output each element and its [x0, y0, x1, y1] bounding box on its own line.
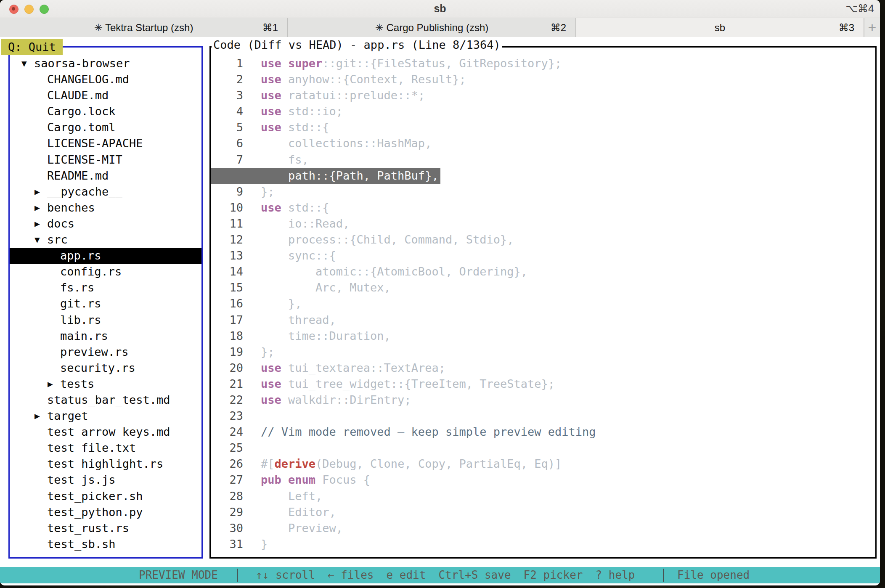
code-line[interactable]: 28 Left, — [211, 488, 875, 504]
tree-item[interactable]: README.md — [10, 168, 201, 184]
code-line[interactable]: 26#[derive(Debug, Clone, Copy, PartialEq… — [211, 456, 875, 472]
tree-item[interactable]: test_picker.sh — [10, 488, 201, 504]
tree-item[interactable]: config.rs — [10, 264, 201, 280]
code-text: use std::{ — [261, 119, 329, 135]
tree-item[interactable]: git.rs — [10, 296, 201, 312]
code-line[interactable]: 25 — [211, 440, 875, 456]
code-line[interactable]: 31} — [211, 536, 875, 552]
code-line[interactable]: 21use tui_tree_widget::{TreeItem, TreeSt… — [211, 376, 875, 392]
new-tab-button[interactable]: + — [864, 18, 880, 37]
code-line[interactable]: 17 thread, — [211, 312, 875, 328]
code-line-highlighted[interactable]: 8 path::{Path, PathBuf}, — [211, 168, 440, 184]
code-line[interactable]: 9}; — [211, 184, 875, 200]
tree-item-label: test_arrow_keys.md — [47, 424, 170, 440]
disclosure-closed-icon[interactable]: ▶ — [34, 184, 47, 200]
tree-item[interactable]: security.rs — [10, 360, 201, 376]
code-line[interactable]: 29 Editor, — [211, 504, 875, 520]
tree-item[interactable]: ▶tests — [10, 376, 201, 392]
tab-shortcut: ⌘1 — [262, 22, 278, 34]
tree-item[interactable]: LICENSE-MIT — [10, 152, 201, 168]
line-number: 4 — [211, 103, 243, 119]
tree-item[interactable]: LICENSE-APACHE — [10, 135, 201, 151]
tree-item[interactable]: preview.rs — [10, 344, 201, 360]
line-number: 12 — [211, 232, 243, 248]
line-number: 24 — [211, 424, 243, 440]
tree-item[interactable]: app.rs — [10, 248, 201, 264]
code-line[interactable]: 27pub enum Focus { — [211, 472, 875, 488]
line-number: 31 — [211, 536, 243, 552]
tree-item-label: saorsa-browser — [34, 56, 130, 72]
code-line[interactable]: 18 time::Duration, — [211, 328, 875, 344]
code-line[interactable]: 12 process::{Child, Command, Stdio}, — [211, 232, 875, 248]
line-number: 13 — [211, 248, 243, 264]
line-number: 8 — [211, 168, 243, 184]
hint-save: Ctrl+S save — [438, 567, 511, 583]
tree-item[interactable]: ▶docs — [10, 216, 201, 232]
code-line[interactable]: 20use tui_textarea::TextArea; — [211, 360, 875, 376]
tree-item[interactable]: ▶target — [10, 408, 201, 424]
code-line[interactable]: 14 atomic::{AtomicBool, Ordering}, — [211, 264, 875, 280]
tab-shortcut: ⌘3 — [839, 22, 854, 34]
tree-item[interactable]: test_arrow_keys.md — [10, 424, 201, 440]
tree-item[interactable]: CLAUDE.md — [10, 87, 201, 103]
code-line[interactable]: 10use std::{ — [211, 200, 875, 216]
tab-tektra-startup[interactable]: ✳ Tektra Startup (zsh) ⌘1 — [0, 18, 288, 37]
disclosure-open-icon[interactable]: ▼ — [34, 232, 47, 248]
tree-item[interactable]: lib.rs — [10, 312, 201, 328]
tree-item[interactable]: main.rs — [10, 328, 201, 344]
code-line[interactable]: 19}; — [211, 344, 875, 360]
line-number: 7 — [211, 152, 243, 168]
tree-item[interactable]: status_bar_test.md — [10, 392, 201, 408]
code-line[interactable]: 30 Preview, — [211, 520, 875, 536]
tree-item[interactable]: test_js.js — [10, 472, 201, 488]
tree-item[interactable]: test_sb.sh — [10, 536, 201, 552]
code-line[interactable]: 2use anyhow::{Context, Result}; — [211, 72, 875, 87]
code-line[interactable]: 11 io::Read, — [211, 216, 875, 232]
tab-sb[interactable]: sb ⌘3 — [576, 18, 864, 37]
code-line[interactable]: 13 sync::{ — [211, 248, 875, 264]
tree-item-label: main.rs — [60, 328, 108, 344]
tree-item[interactable]: ▼saorsa-browser — [10, 56, 201, 72]
tree-item[interactable]: CHANGELOG.md — [10, 72, 201, 87]
tree-item[interactable]: Cargo.toml — [10, 119, 201, 135]
disclosure-closed-icon[interactable]: ▶ — [48, 376, 60, 392]
line-number: 22 — [211, 392, 243, 408]
code-line[interactable]: 23 — [211, 408, 875, 424]
tree-item[interactable]: ▶__pycache__ — [10, 184, 201, 200]
code-text: }, — [261, 296, 302, 312]
tree-item-label: status_bar_test.md — [47, 392, 170, 408]
tab-cargo-publishing[interactable]: ✳ Cargo Publishing (zsh) ⌘2 — [288, 18, 576, 37]
disclosure-closed-icon[interactable]: ▶ — [34, 408, 47, 424]
code-text: #[derive(Debug, Clone, Copy, PartialEq, … — [261, 456, 562, 472]
code-line[interactable]: 6 collections::HashMap, — [211, 135, 875, 151]
tree-item[interactable]: test_highlight.rs — [10, 456, 201, 472]
code-line[interactable]: 16 }, — [211, 296, 875, 312]
tree-item-label: tests — [60, 376, 94, 392]
tree-item[interactable]: Cargo.lock — [10, 103, 201, 119]
hint-files: ← files — [328, 567, 374, 583]
tab-bar: ✳ Tektra Startup (zsh) ⌘1 ✳ Cargo Publis… — [0, 18, 880, 37]
code-line[interactable]: 3use ratatui::prelude::*; — [211, 87, 875, 103]
disclosure-closed-icon[interactable]: ▶ — [34, 216, 47, 232]
tree-item[interactable]: ▼src — [10, 232, 201, 248]
code-line[interactable]: 4use std::io; — [211, 103, 875, 119]
hint-scroll: ↑↓ scroll — [256, 567, 315, 583]
code-line[interactable]: 1use super::git::{FileStatus, GitReposit… — [211, 56, 875, 72]
line-number: 27 — [211, 472, 243, 488]
code-line[interactable]: 15 Arc, Mutex, — [211, 280, 875, 296]
line-number: 10 — [211, 200, 243, 216]
tree-item[interactable]: ▶benches — [10, 200, 201, 216]
hint-help: ? help — [595, 567, 635, 583]
tree-item[interactable]: fs.rs — [10, 280, 201, 296]
code-line[interactable]: 22use walkdir::DirEntry; — [211, 392, 875, 408]
code-line[interactable]: 24// Vim mode removed – keep simple prev… — [211, 424, 875, 440]
disclosure-open-icon[interactable]: ▼ — [21, 56, 34, 72]
tree-item-label: LICENSE-APACHE — [47, 135, 143, 151]
disclosure-closed-icon[interactable]: ▶ — [34, 200, 47, 216]
title-bar: sb ⌥⌘4 — [0, 0, 880, 18]
tree-item[interactable]: test_file.txt — [10, 440, 201, 456]
code-line[interactable]: 7 fs, — [211, 152, 875, 168]
code-line[interactable]: 5use std::{ — [211, 119, 875, 135]
tree-item[interactable]: test_rust.rs — [10, 520, 201, 536]
tree-item[interactable]: test_python.py — [10, 504, 201, 520]
